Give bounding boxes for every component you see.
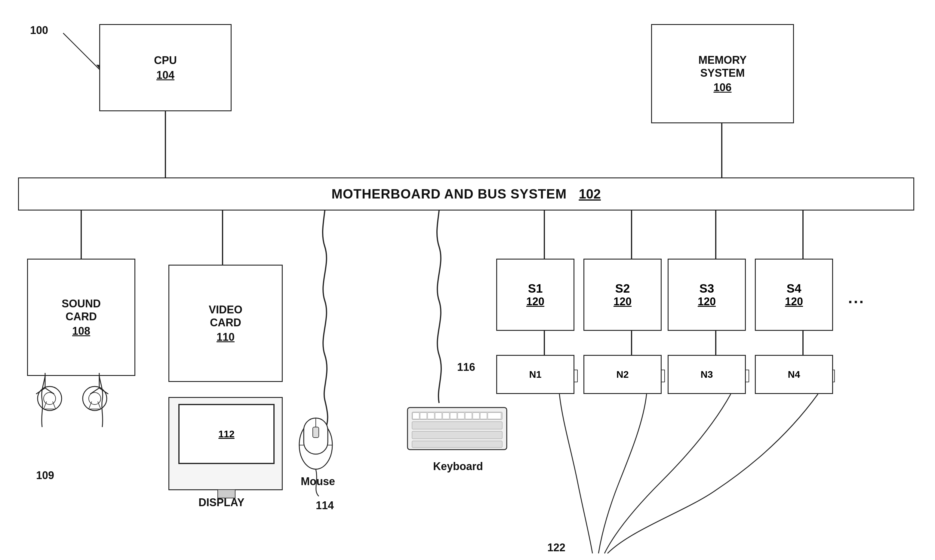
soundcard-label: SOUNDCARD: [62, 297, 101, 323]
svg-rect-54: [480, 412, 487, 419]
motherboard-label: MOTHERBOARD AND BUS SYSTEM: [331, 186, 567, 202]
slot-s1-number: 120: [526, 295, 544, 308]
svg-rect-52: [465, 412, 472, 419]
slot-s1-label: S1: [528, 282, 543, 295]
videocard-box: VIDEOCARD 110: [168, 265, 283, 382]
mouse-number-label: 114: [316, 499, 334, 512]
node-n4-label: N4: [788, 369, 800, 380]
cpu-number: 104: [156, 69, 174, 82]
slot-s3-label: S3: [700, 282, 714, 295]
svg-rect-51: [458, 412, 464, 419]
svg-line-33: [45, 388, 54, 394]
monitor-outer: 112: [168, 397, 283, 490]
slot-s4-number: 120: [785, 295, 803, 308]
ref-100-label: 100: [30, 24, 48, 37]
svg-line-35: [90, 388, 99, 394]
slot-s1: S1 120: [496, 258, 574, 331]
svg-rect-53: [473, 412, 479, 419]
slot-s4-label: S4: [787, 282, 801, 295]
svg-rect-39: [313, 427, 319, 438]
svg-rect-50: [450, 412, 457, 419]
svg-rect-49: [443, 412, 449, 419]
slot-s4: S4 120: [755, 258, 833, 331]
display-number: 112: [218, 429, 234, 440]
svg-rect-47: [428, 412, 434, 419]
svg-rect-43: [412, 431, 502, 439]
node-n3: N3: [667, 355, 746, 394]
svg-rect-42: [412, 422, 502, 429]
speaker-number-label: 109: [36, 469, 54, 482]
keyboard-label: Keyboard: [433, 460, 483, 473]
soundcard-box: SOUNDCARD 108: [27, 258, 135, 376]
node-n1-label: N1: [529, 369, 541, 380]
svg-line-32: [36, 388, 45, 394]
node-n4: N4: [755, 355, 833, 394]
soundcard-number: 108: [72, 325, 90, 337]
node-n3-label: N3: [701, 369, 713, 380]
memory-label: MEMORYSYSTEM: [698, 54, 747, 79]
monitor-screen: 112: [178, 404, 275, 464]
slot-s2-number: 120: [614, 295, 632, 308]
videocard-number: 110: [217, 331, 235, 343]
node-n2: N2: [583, 355, 661, 394]
svg-line-36: [99, 388, 108, 394]
svg-rect-44: [412, 441, 502, 448]
svg-rect-46: [420, 412, 427, 419]
slot-s2-label: S2: [615, 282, 630, 295]
slot-s3-number: 120: [698, 295, 716, 308]
memory-number: 106: [714, 81, 731, 94]
node-n1: N1: [496, 355, 574, 394]
keyboard: [406, 406, 508, 455]
cpu-label: CPU: [154, 54, 177, 67]
memory-box: MEMORYSYSTEM 106: [651, 24, 794, 123]
svg-rect-48: [435, 412, 442, 419]
keyboard-number-label: 116: [457, 361, 475, 374]
motherboard-bar: MOTHERBOARD AND BUS SYSTEM 102: [18, 177, 914, 211]
videocard-label: VIDEOCARD: [209, 303, 242, 329]
ellipsis: ...: [848, 289, 864, 307]
slot-s2: S2 120: [583, 258, 661, 331]
svg-line-0: [63, 33, 102, 72]
mouse: [298, 412, 334, 468]
mouse-label: Mouse: [301, 475, 335, 488]
svg-rect-55: [488, 412, 501, 419]
slot-s3: S3 120: [667, 258, 746, 331]
display-label: DISPLAY: [198, 496, 245, 509]
cpu-box: CPU 104: [99, 24, 232, 111]
node-n2-label: N2: [617, 369, 629, 380]
svg-rect-45: [413, 412, 419, 419]
network-number-label: 122: [547, 542, 565, 554]
motherboard-number: 102: [579, 186, 601, 202]
